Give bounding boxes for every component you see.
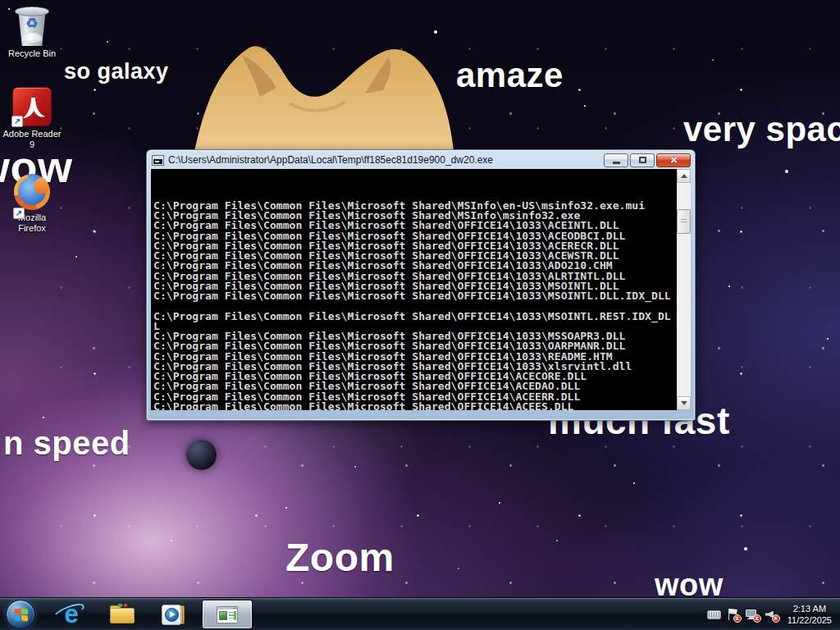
close-icon <box>669 156 678 165</box>
planet-graphic <box>186 440 217 470</box>
tray-action-center-icon[interactable]: x <box>728 609 738 620</box>
close-button[interactable] <box>656 153 691 167</box>
wallpaper-text-very-space: very spac <box>683 110 840 149</box>
taskbar-internet-explorer-button[interactable]: e <box>57 600 85 628</box>
doge-head-graphic <box>191 38 463 151</box>
shortcut-arrow-icon: ↗ <box>11 116 23 127</box>
firefox-icon <box>14 174 50 210</box>
console-line: C:\Program Files\Common Files\Microsoft … <box>153 402 677 410</box>
system-tray: x x x 2:13 AM 11/22/2025 <box>707 598 835 630</box>
taskbar-windows-explorer-button[interactable] <box>108 600 136 628</box>
taskbar-active-task-dw20[interactable]: ••• <box>202 600 253 629</box>
wallpaper-text-so-galaxy: so galaxy <box>64 59 169 84</box>
scrollbar-track[interactable] <box>677 183 691 396</box>
desktop-icon-label: Adobe Reader 9 <box>2 129 62 150</box>
adobe-reader-icon: ↗ <box>12 87 52 126</box>
desktop-icon-recycle-bin[interactable]: ♻ Recycle Bin <box>0 5 64 59</box>
tray-volume-icon[interactable]: x <box>765 609 777 620</box>
scroll-down-button[interactable] <box>677 396 691 410</box>
console-client-area: C:\Program Files\Common Files\Microsoft … <box>151 169 691 410</box>
wallpaper-text-amaze: amaze <box>456 56 564 95</box>
console-output: C:\Program Files\Common Files\Microsoft … <box>151 169 677 410</box>
taskbar-clock[interactable]: 2:13 AM 11/22/2025 <box>784 603 835 626</box>
error-badge-icon: x <box>733 614 742 623</box>
desktop-icon-label: Recycle Bin <box>0 48 64 59</box>
minimize-button[interactable] <box>604 153 628 167</box>
error-badge-icon: x <box>753 614 761 623</box>
folder-icon <box>110 605 135 624</box>
recycle-symbol-icon: ♻ <box>15 15 49 32</box>
desktop-icon-mozilla-firefox[interactable]: ↗ Mozilla Firefox <box>0 174 64 234</box>
vertical-scrollbar[interactable] <box>677 169 691 410</box>
wallpaper-text-speed: n speed <box>3 425 130 462</box>
start-button[interactable] <box>6 600 35 629</box>
clock-time: 2:13 AM <box>788 603 832 614</box>
wallpaper-text-zoom: Zoom <box>285 535 395 580</box>
window-title: C:\Users\Administrator\AppData\Local\Tem… <box>168 154 602 166</box>
scroll-up-icon <box>681 174 687 178</box>
tray-keyboard-icon[interactable] <box>707 610 721 619</box>
error-badge-icon: x <box>772 614 780 623</box>
scroll-up-button[interactable] <box>677 169 691 183</box>
maximize-icon <box>639 157 646 163</box>
scrollbar-thumb[interactable] <box>677 209 691 234</box>
console-line: C:\Program Files\Common Files\Microsoft … <box>153 291 677 301</box>
window-titlebar[interactable]: C:\Users\Administrator\AppData\Local\Tem… <box>147 150 695 168</box>
media-player-icon <box>162 604 185 626</box>
clock-date: 11/22/2025 <box>788 614 832 626</box>
taskbar-media-player-button[interactable] <box>159 600 187 628</box>
recycle-bin-icon: ♻ <box>15 5 49 46</box>
shortcut-arrow-icon: ↗ <box>13 208 25 219</box>
tray-network-icon[interactable]: x <box>746 609 758 620</box>
console-window: C:\Users\Administrator\AppData\Local\Tem… <box>146 149 696 421</box>
cmd-window-icon <box>152 155 164 166</box>
console-line: C:\Program Files\Common Files\Microsoft … <box>153 312 677 322</box>
scroll-down-icon <box>681 401 687 405</box>
minimize-icon <box>613 162 620 164</box>
dw20-task-icon: ••• <box>217 606 238 623</box>
desktop-icon-adobe-reader[interactable]: ↗ Adobe Reader 9 <box>0 87 64 150</box>
taskbar: e ••• x x x 2:13 A <box>0 597 840 630</box>
windows-flag-icon <box>15 609 29 622</box>
maximize-button[interactable] <box>630 153 655 167</box>
